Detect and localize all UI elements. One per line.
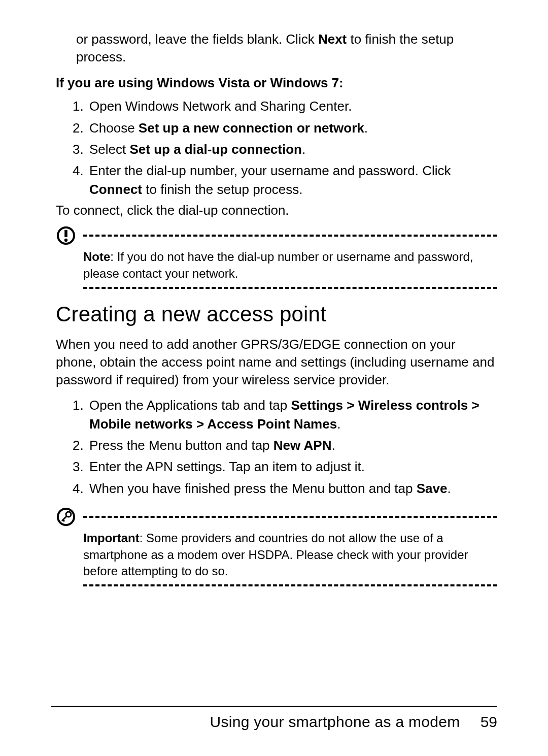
text: . — [331, 438, 335, 453]
callout-header — [56, 507, 497, 527]
text: Choose — [89, 120, 139, 136]
page-footer: Using your smartphone as a modem 59 — [51, 706, 497, 731]
text: Open the Applications tab and tap — [89, 398, 291, 413]
dashed-rule — [83, 516, 497, 518]
dashed-rule — [83, 584, 497, 586]
footer-title: Using your smartphone as a modem — [210, 713, 460, 731]
section-intro: When you need to add another GPRS/3G/EDG… — [56, 336, 497, 389]
list-item: Open Windows Network and Sharing Center. — [87, 97, 497, 115]
content-area: or password, leave the fields blank. Cli… — [51, 30, 497, 586]
warning-icon — [56, 225, 76, 246]
text-bold: Set up a new connection or network — [139, 120, 364, 136]
list-item: When you have finished press the Menu bu… — [87, 479, 497, 498]
section-heading: Creating a new access point — [56, 302, 497, 326]
list-item: Enter the APN settings. Tap an item to a… — [87, 457, 497, 476]
text: : If you do not have the dial-up number … — [83, 250, 473, 280]
text: Enter the APN settings. Tap an item to a… — [89, 459, 365, 474]
text: : Some providers and countries do not al… — [83, 531, 468, 578]
important-label: Important — [83, 531, 140, 545]
apn-steps-list: Open the Applications tab and tap Settin… — [56, 396, 497, 498]
important-body: Important: Some providers and countries … — [56, 530, 497, 579]
key-icon — [56, 507, 76, 527]
footer-rule — [51, 706, 497, 707]
text: to finish the setup process. — [142, 182, 303, 197]
text: Select — [89, 142, 130, 157]
text: Press the Menu button and tap — [89, 438, 273, 453]
text: Enter the dial-up number, your username … — [89, 163, 451, 178]
intro-block: or password, leave the fields blank. Cli… — [56, 30, 497, 66]
list-item: Press the Menu button and tap New APN. — [87, 436, 497, 454]
text: When you have finished press the Menu bu… — [89, 481, 417, 496]
svg-line-6 — [63, 520, 64, 521]
vista-heading: If you are using Windows Vista or Window… — [56, 75, 497, 91]
text-bold: Save — [417, 481, 448, 496]
dashed-rule — [83, 287, 497, 289]
text: . — [364, 120, 368, 136]
text: . — [447, 481, 451, 496]
text-bold: Set up a dial-up connection — [130, 142, 302, 157]
text: . — [337, 416, 340, 432]
svg-point-2 — [64, 239, 67, 242]
page: or password, leave the fields blank. Cli… — [0, 0, 548, 756]
list-item: Select Set up a dial-up connection. — [87, 140, 497, 158]
text: or password, leave the fields blank. Cli… — [76, 31, 318, 47]
connect-line: To connect, click the dial-up connection… — [56, 203, 497, 218]
svg-rect-1 — [64, 230, 67, 237]
list-item: Choose Set up a new connection or networ… — [87, 119, 497, 137]
text-bold: Connect — [89, 182, 142, 197]
dashed-rule — [83, 235, 497, 237]
text: Open Windows Network and Sharing Center. — [89, 98, 352, 114]
note-callout: Note: If you do not have the dial-up num… — [56, 225, 497, 289]
footer-line: Using your smartphone as a modem 59 — [51, 713, 497, 731]
text-bold: Next — [318, 31, 347, 47]
callout-header — [56, 225, 497, 246]
list-item: Open the Applications tab and tap Settin… — [87, 396, 497, 433]
note-label: Note — [83, 250, 110, 264]
text-bold: New APN — [273, 438, 332, 453]
vista-steps-list: Open Windows Network and Sharing Center.… — [56, 97, 497, 199]
note-body: Note: If you do not have the dial-up num… — [56, 249, 497, 282]
page-number: 59 — [481, 713, 497, 731]
important-callout: Important: Some providers and countries … — [56, 507, 497, 586]
intro-paragraph: or password, leave the fields blank. Cli… — [76, 30, 497, 66]
text: . — [302, 142, 305, 157]
list-item: Enter the dial-up number, your username … — [87, 161, 497, 199]
